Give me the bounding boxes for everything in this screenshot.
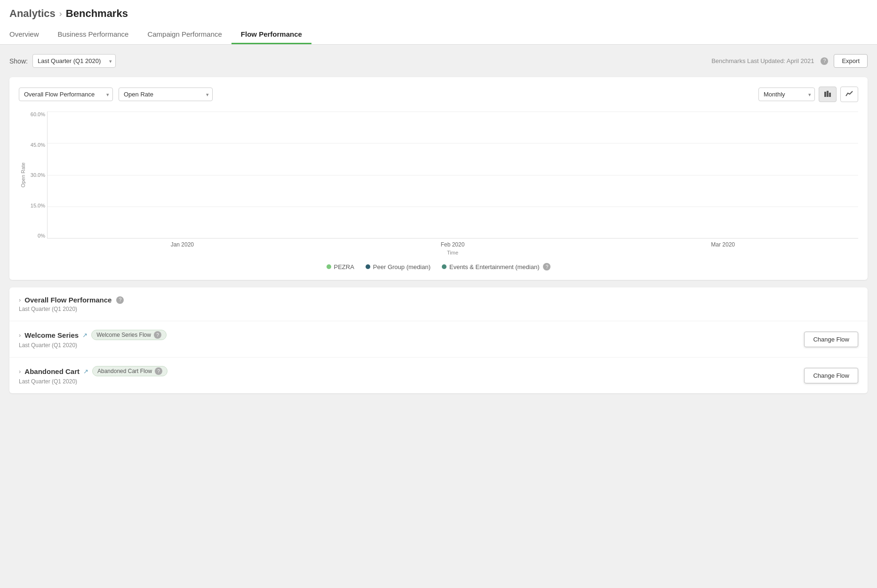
flow-abandoned-ext-link[interactable]: ↗ <box>83 368 88 375</box>
legend-label-pezra: PEZRA <box>334 263 354 270</box>
grid-line-75 <box>48 207 858 207</box>
change-flow-welcome-button[interactable]: Change Flow <box>804 332 858 347</box>
toolbar: Show: Last Quarter (Q1 2020) Last Month … <box>9 54 868 68</box>
flow-overall-info-icon[interactable]: ? <box>116 296 124 304</box>
legend-dot-peer <box>366 264 370 269</box>
flow-welcome-period: Last Quarter (Q1 2020) <box>19 342 167 349</box>
legend-label-peer: Peer Group (median) <box>373 263 431 270</box>
flow-abandoned-badge-label: Abandoned Cart Flow <box>97 368 152 374</box>
flow-overall-period: Last Quarter (Q1 2020) <box>19 306 124 312</box>
y-label-45: 45.0% <box>23 142 45 148</box>
flow-welcome-chevron[interactable]: › <box>19 332 21 339</box>
legend-pezra: PEZRA <box>327 263 354 270</box>
flow-item-abandoned-left: › Abandoned Cart ↗ Abandoned Cart Flow ?… <box>19 366 167 385</box>
flow-abandoned-chevron[interactable]: › <box>19 368 21 375</box>
benchmarks-info-icon[interactable]: ? <box>821 57 828 65</box>
flow-abandoned-name[interactable]: Abandoned Cart <box>24 367 80 375</box>
x-label-feb: Feb 2020 <box>318 241 588 248</box>
flow-item-welcome: › Welcome Series ↗ Welcome Series Flow ?… <box>9 321 868 358</box>
chart-legend: PEZRA Peer Group (median) Events & Enter… <box>19 263 858 270</box>
chart-container: 60.0% 45.0% 30.0% 15.0% 0% Open Rate <box>47 111 858 255</box>
metric-select[interactable]: Open Rate Click Rate Revenue <box>119 87 213 101</box>
x-label-mar: Mar 2020 <box>588 241 858 248</box>
y-label-0: 0% <box>23 233 45 238</box>
breadcrumb: Analytics › Benchmarks <box>9 8 868 20</box>
flow-select[interactable]: Overall Flow Performance Welcome Series … <box>19 87 113 101</box>
flow-list-section: › Overall Flow Performance ? Last Quarte… <box>9 287 868 393</box>
flow-item-abandoned-right: Change Flow <box>804 368 858 383</box>
flow-overall-chevron[interactable]: › <box>19 296 21 303</box>
svg-rect-2 <box>829 93 831 97</box>
y-label-60: 60.0% <box>23 111 45 117</box>
toolbar-left: Show: Last Quarter (Q1 2020) Last Month … <box>9 54 116 68</box>
flow-item-overall-title: › Overall Flow Performance ? <box>19 296 124 304</box>
change-flow-abandoned-button[interactable]: Change Flow <box>804 368 858 383</box>
flow-item-welcome-left: › Welcome Series ↗ Welcome Series Flow ?… <box>19 330 167 349</box>
x-label-jan: Jan 2020 <box>47 241 318 248</box>
flow-welcome-ext-link[interactable]: ↗ <box>82 332 88 339</box>
flow-abandoned-badge-info[interactable]: ? <box>155 367 162 375</box>
flow-item-welcome-right: Change Flow <box>804 332 858 347</box>
header: Analytics › Benchmarks Overview Business… <box>0 0 877 45</box>
flow-item-overall-left: › Overall Flow Performance ? Last Quarte… <box>19 296 124 312</box>
y-label-15: 15.0% <box>23 203 45 208</box>
chart-section: Overall Flow Performance Welcome Series … <box>9 77 868 280</box>
grid-line-50 <box>48 175 858 175</box>
legend-events: Events & Entertainment (median) ? <box>442 263 550 270</box>
y-axis: 60.0% 45.0% 30.0% 15.0% 0% <box>23 111 45 238</box>
flow-abandoned-badge: Abandoned Cart Flow ? <box>92 366 167 376</box>
content: Show: Last Quarter (Q1 2020) Last Month … <box>0 45 877 407</box>
tab-flow[interactable]: Flow Performance <box>231 25 311 44</box>
chart-controls: Overall Flow Performance Welcome Series … <box>19 87 858 102</box>
grid-line-25 <box>48 143 858 143</box>
bar-chart-button[interactable] <box>819 87 837 102</box>
breadcrumb-page: Benchmarks <box>66 8 128 20</box>
y-label-30: 30.0% <box>23 172 45 178</box>
flow-item-abandoned: › Abandoned Cart ↗ Abandoned Cart Flow ?… <box>9 358 868 393</box>
y-axis-title: Open Rate <box>20 162 26 187</box>
line-chart-button[interactable] <box>840 87 858 102</box>
svg-rect-0 <box>824 92 826 97</box>
export-button[interactable]: Export <box>834 54 868 68</box>
period-select-wrapper: Last Quarter (Q1 2020) Last Month Last Y… <box>32 54 116 68</box>
period-select[interactable]: Last Quarter (Q1 2020) Last Month Last Y… <box>32 54 116 68</box>
bar-chart-icon <box>824 90 831 97</box>
legend-dot-pezra <box>327 264 331 269</box>
flow-welcome-name[interactable]: Welcome Series <box>24 331 79 339</box>
line-chart-icon <box>845 90 853 97</box>
grid-line-top <box>48 111 858 112</box>
flow-welcome-badge-info[interactable]: ? <box>154 331 161 339</box>
tab-campaign[interactable]: Campaign Performance <box>138 25 231 44</box>
x-labels: Jan 2020 Feb 2020 Mar 2020 <box>47 241 858 248</box>
flow-select-wrapper: Overall Flow Performance Welcome Series … <box>19 87 113 101</box>
toolbar-right: Benchmarks Last Updated: April 2021 ? Ex… <box>711 54 868 68</box>
flow-welcome-badge: Welcome Series Flow ? <box>91 330 167 340</box>
legend-label-events: Events & Entertainment (median) <box>449 263 539 270</box>
legend-peer: Peer Group (median) <box>366 263 431 270</box>
tab-overview[interactable]: Overview <box>9 25 48 44</box>
chart-controls-left: Overall Flow Performance Welcome Series … <box>19 87 753 101</box>
analytics-link[interactable]: Analytics <box>9 8 56 20</box>
chart-period-select[interactable]: Monthly Weekly Daily <box>758 87 815 101</box>
legend-events-info-icon[interactable]: ? <box>543 263 550 270</box>
benchmarks-label: Benchmarks Last Updated: April 2021 <box>711 57 814 64</box>
flow-abandoned-period: Last Quarter (Q1 2020) <box>19 378 167 385</box>
svg-rect-1 <box>827 91 829 97</box>
flow-welcome-badge-label: Welcome Series Flow <box>96 332 151 338</box>
flow-overall-name[interactable]: Overall Flow Performance <box>24 296 112 304</box>
flow-item-abandoned-title: › Abandoned Cart ↗ Abandoned Cart Flow ? <box>19 366 167 376</box>
tab-business[interactable]: Business Performance <box>48 25 138 44</box>
flow-item-welcome-title: › Welcome Series ↗ Welcome Series Flow ? <box>19 330 167 340</box>
nav-tabs: Overview Business Performance Campaign P… <box>9 25 868 44</box>
metric-select-wrapper: Open Rate Click Rate Revenue ▾ <box>119 87 213 101</box>
flow-item-overall: › Overall Flow Performance ? Last Quarte… <box>9 287 868 321</box>
breadcrumb-separator: › <box>59 9 62 19</box>
legend-dot-events <box>442 264 446 269</box>
chart-period-select-wrapper: Monthly Weekly Daily ▾ <box>758 87 815 101</box>
chart-controls-right: Monthly Weekly Daily ▾ <box>758 87 858 102</box>
show-label: Show: <box>9 57 28 65</box>
x-axis-title: Time <box>47 250 858 255</box>
chart-grid <box>47 111 858 238</box>
